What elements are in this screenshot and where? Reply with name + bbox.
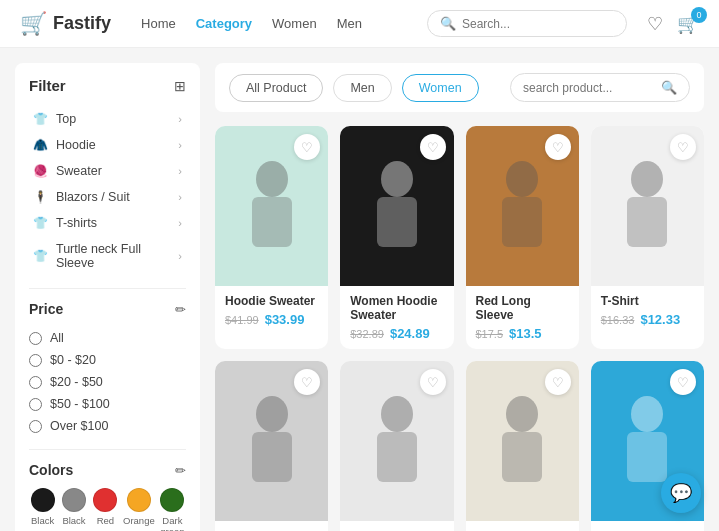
swatch-label: Red [97,515,114,526]
category-item[interactable]: 👕 T-shirts › [29,210,186,236]
product-card[interactable]: ♡ Women Sweater $22.05 $18.05 [466,361,579,531]
svg-rect-13 [502,432,542,482]
product-name: Hoodie Sweater [225,294,318,308]
filter-women-button[interactable]: Women [402,74,479,102]
swatch-circle [31,488,55,512]
main-nav: HomeCategoryWomenMen [141,16,362,31]
product-prices: $16.33 $12.33 [601,312,694,327]
main-layout: Filter ⊞ 👕 Top › 🧥 Hoodie › 🧶 Sweater › … [0,48,719,531]
color-swatch[interactable]: Red [92,488,119,531]
wishlist-button[interactable]: ♡ [670,369,696,395]
product-search-icon: 🔍 [661,80,677,95]
colors-edit-icon[interactable]: ✏ [175,463,186,478]
wishlist-button[interactable]: ♡ [545,369,571,395]
price-header: Price ✏ [29,301,186,317]
original-price: $17.5 [476,328,504,340]
product-image-wrap: ♡ [466,361,579,521]
cart-badge: 0 [691,7,707,23]
price-option[interactable]: $50 - $100 [29,393,186,415]
category-list: 👕 Top › 🧥 Hoodie › 🧶 Sweater › 🕴 Blazors… [29,106,186,276]
category-item[interactable]: 👕 Turtle neck Full Sleeve › [29,236,186,276]
category-label: Sweater [56,164,102,178]
colors-grid: Black Black Red Orange Dark green White … [29,488,186,531]
product-info: Women Sweater $22.05 $18.05 [466,521,579,531]
wishlist-button[interactable]: ♡ [420,134,446,160]
product-card[interactable]: ♡ Men Black Suit $143.99 $135.99 [340,361,453,531]
product-card[interactable]: ♡ Hoodie Sweater $41.99 $33.99 [215,126,328,349]
nav-item-home[interactable]: Home [141,16,176,31]
svg-rect-7 [627,197,667,247]
chevron-right-icon: › [178,113,182,125]
chevron-right-icon: › [178,217,182,229]
svg-rect-11 [377,432,417,482]
category-label: Blazors / Suit [56,190,130,204]
product-info: Women Hoodie Sweater $32.89 $24.89 [340,286,453,349]
color-swatch[interactable]: Black [29,488,56,531]
product-name: T-Shirt [601,294,694,308]
svg-point-8 [256,396,288,432]
swatch-label: Orange [123,515,155,526]
header-icons: ♡ 🛒 0 [647,13,699,35]
product-card[interactable]: ♡ Red Long Sleeve $17.5 $13.5 [466,126,579,349]
nav-item-category[interactable]: Category [196,16,252,31]
chat-bubble[interactable]: 💬 [661,473,701,513]
color-swatch[interactable]: Dark green [159,488,186,531]
svg-rect-3 [377,197,417,247]
filter-adjust-icon[interactable]: ⊞ [174,78,186,94]
price-option[interactable]: Over $100 [29,415,186,437]
svg-rect-9 [252,432,292,482]
price-option[interactable]: $20 - $50 [29,371,186,393]
header-search-bar[interactable]: 🔍 [427,10,627,37]
category-item[interactable]: 🧶 Sweater › [29,158,186,184]
price-radio[interactable] [29,332,42,345]
price-radio[interactable] [29,376,42,389]
swatch-label: Black [62,515,85,526]
price-edit-icon[interactable]: ✏ [175,302,186,317]
nav-item-men[interactable]: Men [337,16,362,31]
wishlist-button[interactable]: ♡ [670,134,696,160]
filter-all-button[interactable]: All Product [229,74,323,102]
product-image-wrap: ♡ [215,126,328,286]
price-radio[interactable] [29,354,42,367]
wishlist-button[interactable]: ♡ [420,369,446,395]
product-search-bar[interactable]: 🔍 [510,73,690,102]
colors-header: Colors ✏ [29,462,186,478]
price-option-label: $50 - $100 [50,397,110,411]
price-radio[interactable] [29,398,42,411]
search-icon: 🔍 [440,16,456,31]
sidebar: Filter ⊞ 👕 Top › 🧥 Hoodie › 🧶 Sweater › … [15,63,200,531]
wishlist-icon[interactable]: ♡ [647,13,663,35]
logo-text: Fastify [53,13,111,34]
svg-rect-5 [502,197,542,247]
sidebar-header: Filter ⊞ [29,77,186,94]
product-card[interactable]: ♡ T-Shirt $16.33 $12.33 [591,126,704,349]
price-label: Price [29,301,63,317]
price-option-label: Over $100 [50,419,108,433]
chevron-right-icon: › [178,139,182,151]
svg-rect-15 [627,432,667,482]
colors-label: Colors [29,462,73,478]
header-search-input[interactable] [462,17,614,31]
header: 🛒 Fastify HomeCategoryWomenMen 🔍 ♡ 🛒 0 [0,0,719,48]
category-item[interactable]: 👕 Top › [29,106,186,132]
color-swatch[interactable]: Orange [123,488,155,531]
color-swatch[interactable]: Black [60,488,87,531]
nav-item-women[interactable]: Women [272,16,317,31]
product-image-wrap: ♡ [215,361,328,521]
product-card[interactable]: ♡ Women Hoodie Sweater $32.89 $24.89 [340,126,453,349]
logo[interactable]: 🛒 Fastify [20,11,111,37]
filter-men-button[interactable]: Men [333,74,391,102]
product-info: Black Crop Top $30.09 $22.09 [215,521,328,531]
cart-icon[interactable]: 🛒 0 [677,13,699,35]
price-radio[interactable] [29,420,42,433]
svg-point-2 [381,161,413,197]
price-option[interactable]: All [29,327,186,349]
wishlist-button[interactable]: ♡ [545,134,571,160]
category-item[interactable]: 🧥 Hoodie › [29,132,186,158]
price-option[interactable]: $0 - $20 [29,349,186,371]
category-item[interactable]: 🕴 Blazors / Suit › [29,184,186,210]
category-icon: 👕 [33,249,48,263]
product-search-input[interactable] [523,81,655,95]
product-card[interactable]: ♡ Black Crop Top $30.09 $22.09 [215,361,328,531]
chevron-right-icon: › [178,250,182,262]
